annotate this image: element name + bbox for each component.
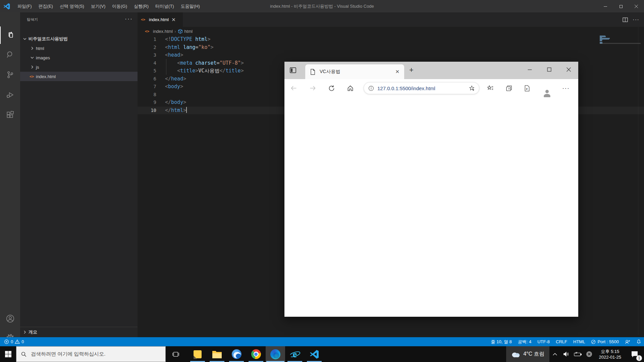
error-count: 0 bbox=[11, 339, 13, 344]
windows-taskbar: 검색하려면 여기에 입력하십시오. e 4°C 흐림 bbox=[0, 346, 644, 362]
outline-section[interactable]: 개요 bbox=[20, 327, 138, 337]
tree-item-index-html[interactable]: <>index.html bbox=[20, 72, 138, 81]
browser-titlebar: VC사용법 ✕ + bbox=[284, 62, 578, 79]
taskbar-app-thunderbird[interactable] bbox=[227, 346, 246, 362]
source-control-icon[interactable] bbox=[0, 66, 20, 83]
line-number: 10 bbox=[138, 107, 156, 115]
reload-icon[interactable] bbox=[322, 85, 341, 92]
problems-status[interactable]: 0 0 bbox=[4, 339, 24, 344]
vertical-tabs-icon[interactable] bbox=[289, 66, 297, 74]
menu-item[interactable]: 보기(V) bbox=[88, 0, 109, 12]
forward-icon[interactable] bbox=[303, 84, 322, 92]
html-file-icon: <> bbox=[141, 17, 146, 22]
tray-status-icon[interactable] bbox=[584, 351, 595, 357]
eol-status[interactable]: CRLF bbox=[556, 339, 567, 344]
ie-mode-page-icon[interactable]: e bbox=[524, 85, 531, 92]
window-minimize-button[interactable] bbox=[598, 0, 613, 12]
breadcrumb: <> index.html › html bbox=[145, 27, 193, 36]
url-text[interactable]: 127.0.0.1:5500/index.html bbox=[377, 85, 469, 91]
svg-text:e: e bbox=[526, 86, 528, 90]
taskbar-app-vscode[interactable] bbox=[305, 346, 324, 362]
tree-item-images[interactable]: images bbox=[20, 53, 138, 62]
window-close-button[interactable] bbox=[629, 0, 644, 12]
new-tab-button[interactable]: + bbox=[409, 66, 414, 74]
chevron-right-icon bbox=[30, 46, 35, 51]
tree-root-label: 비주얼코드사용방법 bbox=[29, 36, 68, 42]
live-server-status[interactable]: Port : 5500 bbox=[591, 339, 619, 344]
address-bar[interactable]: 127.0.0.1:5500/index.html bbox=[364, 82, 479, 94]
menu-item[interactable]: 이동(G) bbox=[109, 0, 130, 12]
taskbar-app-file-explorer[interactable] bbox=[207, 346, 227, 362]
task-view-icon[interactable] bbox=[166, 346, 186, 362]
taskbar-app-edge[interactable] bbox=[266, 346, 285, 362]
run-debug-icon[interactable] bbox=[0, 86, 20, 104]
weather-widget[interactable]: 4°C 흐림 bbox=[506, 346, 549, 362]
menu-item[interactable]: 도움말(H) bbox=[177, 0, 203, 12]
warning-icon bbox=[15, 339, 20, 344]
browser-close-button[interactable] bbox=[559, 62, 578, 77]
code-line-1: 1<!DOCTYPE html> bbox=[138, 36, 644, 44]
outline-label: 개요 bbox=[29, 329, 37, 335]
encoding-status[interactable]: UTF-8 bbox=[537, 339, 550, 344]
tree-item-js[interactable]: js bbox=[20, 62, 138, 72]
menu-item[interactable]: 선택 영역(S) bbox=[56, 0, 88, 12]
code-text bbox=[156, 91, 165, 99]
cursor-position-status[interactable]: 줄 10, 열 8 bbox=[491, 339, 512, 345]
explorer-icon[interactable] bbox=[0, 26, 20, 44]
favorites-icon[interactable] bbox=[487, 85, 494, 92]
notifications-bell-icon[interactable] bbox=[636, 339, 641, 344]
split-editor-icon[interactable] bbox=[623, 17, 628, 22]
taskbar-app-internet-explorer[interactable]: e bbox=[285, 346, 305, 362]
home-icon[interactable] bbox=[341, 85, 360, 92]
add-favorite-icon[interactable] bbox=[469, 85, 475, 92]
line-number: 9 bbox=[138, 99, 156, 107]
browser-page-content[interactable] bbox=[284, 97, 578, 317]
taskbar-clock[interactable]: 오후 5:15 2022-01-25 bbox=[599, 349, 622, 360]
browser-tab[interactable]: VC사용법 ✕ bbox=[305, 64, 404, 79]
tab-close-icon[interactable]: ✕ bbox=[395, 69, 399, 75]
browser-maximize-button[interactable] bbox=[539, 62, 559, 77]
explorer-more-actions[interactable]: ··· bbox=[125, 12, 133, 26]
taskbar-app-notes[interactable] bbox=[188, 346, 207, 362]
language-mode-status[interactable]: HTML bbox=[573, 339, 585, 344]
accounts-icon[interactable] bbox=[0, 310, 20, 327]
code-text: </body> bbox=[156, 99, 186, 107]
tree-item-label: html bbox=[36, 46, 44, 51]
tree-root-folder[interactable]: 비주얼코드사용방법 bbox=[20, 34, 138, 44]
menu-item[interactable]: 실행(R) bbox=[130, 0, 152, 12]
browser-settings-menu-icon[interactable]: ··· bbox=[562, 84, 570, 92]
code-line-2: 2<html lang="ko"> bbox=[138, 44, 644, 52]
window-maximize-button[interactable] bbox=[613, 0, 629, 12]
site-info-icon[interactable] bbox=[368, 85, 374, 91]
breadcrumb-file[interactable]: index.html bbox=[153, 29, 173, 34]
taskbar-app-chrome[interactable] bbox=[246, 346, 266, 362]
start-button[interactable] bbox=[0, 346, 16, 362]
clock-time: 오후 5:15 bbox=[599, 349, 622, 354]
notification-badge: 1 bbox=[636, 355, 642, 361]
breadcrumb-symbol[interactable]: html bbox=[184, 29, 193, 34]
menu-item[interactable]: 파일(F) bbox=[14, 0, 35, 12]
show-hidden-icons-chevron[interactable] bbox=[549, 353, 561, 356]
tree-item-html[interactable]: html bbox=[20, 44, 138, 53]
vscode-logo-icon bbox=[3, 3, 10, 10]
back-icon[interactable] bbox=[284, 84, 303, 92]
indentation-status[interactable]: 공백: 4 bbox=[518, 339, 531, 345]
volume-icon[interactable] bbox=[561, 351, 572, 357]
html-file-icon: <> bbox=[145, 29, 150, 34]
browser-minimize-button[interactable] bbox=[520, 62, 539, 77]
editor-more-actions-icon[interactable]: ··· bbox=[633, 16, 639, 23]
tab-index-html[interactable]: <> index.html ✕ bbox=[138, 12, 183, 27]
tab-close-icon[interactable]: ✕ bbox=[171, 17, 176, 23]
menu-item[interactable]: 터미널(T) bbox=[152, 0, 177, 12]
battery-icon[interactable] bbox=[572, 352, 584, 357]
edge-browser-window: VC사용법 ✕ + bbox=[284, 62, 578, 317]
feedback-icon[interactable] bbox=[625, 339, 630, 345]
extensions-icon[interactable] bbox=[0, 106, 20, 124]
menu-item[interactable]: 편집(E) bbox=[35, 0, 56, 12]
collections-icon[interactable] bbox=[505, 85, 513, 92]
code-text: <!DOCTYPE html> bbox=[156, 36, 210, 44]
action-center-icon[interactable]: 1 bbox=[625, 350, 644, 358]
minimap[interactable] bbox=[600, 36, 641, 44]
taskbar-search-input[interactable]: 검색하려면 여기에 입력하십시오. bbox=[16, 346, 166, 362]
search-icon[interactable] bbox=[0, 46, 20, 63]
